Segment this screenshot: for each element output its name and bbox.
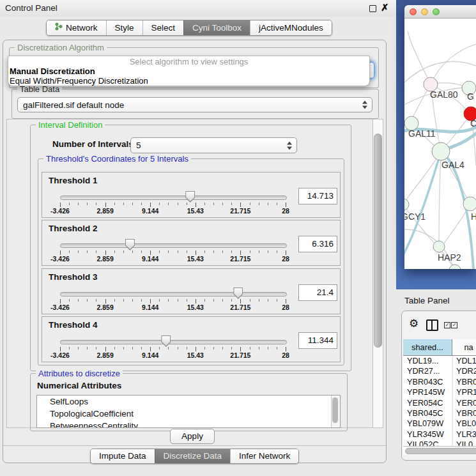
slider-minor-tick: [187, 250, 187, 253]
slider-track[interactable]: [60, 196, 287, 200]
slider-tick-label: 28: [282, 303, 289, 311]
node-label: GCY1: [404, 211, 426, 222]
tab-discretize-data[interactable]: Discretize Data: [155, 449, 231, 463]
zoom-traffic-light-icon[interactable]: [433, 8, 440, 15]
column-divider: [452, 398, 453, 408]
slider-track[interactable]: [60, 243, 287, 248]
tab-infer-network[interactable]: Infer Network: [230, 449, 298, 463]
threshold-value-field[interactable]: 6.316: [298, 236, 337, 252]
tab-label: jActiveMNodules: [259, 23, 323, 33]
slider-track[interactable]: [60, 340, 287, 344]
slider-tick-label: 21.715: [230, 255, 250, 263]
slider-minor-tick: [96, 250, 96, 253]
slider-minor-tick: [259, 347, 259, 349]
table-row[interactable]: YER054CYER0: [403, 398, 476, 408]
number-of-intervals-combobox[interactable]: 5: [130, 137, 297, 153]
column-divider: [452, 408, 453, 418]
table-row[interactable]: YBR043CYBR0: [403, 377, 476, 387]
table-row[interactable]: YBL079WYBL0: [403, 418, 476, 429]
column-divider: [452, 387, 453, 397]
slider-tick-label: 21.715: [230, 303, 250, 311]
tab-select[interactable]: Select: [142, 20, 184, 35]
dropdown-prompt-item[interactable]: Select algorithm to view settings: [8, 56, 369, 66]
list-scrollbar[interactable]: [331, 395, 340, 427]
table-row[interactable]: YDR27...YDR2: [403, 366, 476, 376]
slider-minor-tick: [123, 203, 124, 205]
attribute-list-item[interactable]: SelfLoops: [37, 395, 340, 408]
slider-minor-tick: [87, 203, 88, 205]
vertical-scrollbar[interactable]: [372, 119, 383, 427]
tab-style[interactable]: Style: [106, 20, 142, 35]
apply-button[interactable]: Apply: [170, 429, 215, 444]
threshold-value-field[interactable]: 21.4: [298, 284, 337, 301]
cell-shared-name: YER054C: [407, 398, 443, 408]
horizontal-scrollbar-thumb[interactable]: [405, 448, 476, 454]
network-node-h[interactable]: [463, 197, 476, 211]
table-row[interactable]: YLR345WYLR3: [403, 429, 476, 440]
slider-minor-tick: [132, 250, 133, 253]
slider-minor-tick: [69, 347, 70, 349]
column-header-name[interactable]: na: [452, 339, 476, 355]
table-data-combobox[interactable]: galFiltered.sif default node: [17, 97, 372, 112]
slider-minor-tick: [141, 299, 142, 302]
slider-tick-label: 2.859: [96, 303, 113, 311]
close-traffic-light-icon[interactable]: [410, 8, 417, 15]
table-row[interactable]: YBR045CYBR0: [403, 408, 476, 418]
split-pane-icon[interactable]: [426, 319, 438, 331]
slider-handle[interactable]: [185, 191, 195, 203]
checkbox-icon[interactable]: ✓: [444, 322, 450, 328]
horizontal-scrollbar[interactable]: [403, 446, 476, 455]
slider-track[interactable]: [60, 292, 287, 296]
threshold-value-field[interactable]: 11.344: [298, 332, 337, 349]
list-scrollbar-thumb[interactable]: [332, 397, 338, 423]
cell-name: YBR0: [456, 377, 476, 387]
column-header-shared-name[interactable]: shared...: [403, 339, 452, 355]
slider-major-tick: [150, 203, 151, 207]
gear-icon[interactable]: ⚙: [409, 317, 418, 330]
attribute-list-item[interactable]: BetweennessCentrality: [37, 420, 340, 428]
attribute-list-item[interactable]: TopologicalCoefficient: [37, 408, 340, 420]
network-node-gal4[interactable]: [432, 142, 450, 160]
threshold-value-field[interactable]: 14.713: [298, 188, 337, 204]
table-row[interactable]: YPR145WYPR1: [403, 387, 476, 397]
slider-minor-tick: [222, 347, 223, 349]
slider-minor-tick: [231, 250, 232, 253]
table-row[interactable]: YIL052CYIL0: [403, 440, 476, 446]
attributes-group: Attributes to discretize Numerical Attri…: [30, 373, 348, 431]
dropdown-item-manual-discretization[interactable]: Manual Discretization: [8, 66, 369, 76]
network-canvas[interactable]: GAL80GCGAL11GAL4GCY1HHAP2: [404, 19, 476, 269]
tab-network[interactable]: Network: [47, 20, 106, 35]
tab-cyni-toolbox[interactable]: Cyni Toolbox: [183, 20, 250, 35]
slider-minor-tick: [231, 203, 232, 205]
node-label: HAP2: [438, 252, 461, 263]
slider-minor-tick: [213, 203, 214, 205]
network-node-gcy1[interactable]: [404, 199, 409, 210]
numerical-attributes-list[interactable]: SelfLoopsTopologicalCoefficientBetweenne…: [36, 395, 341, 428]
float-window-icon[interactable]: [369, 5, 376, 12]
slider-minor-tick: [213, 347, 214, 349]
slider-tick-label: 9.144: [142, 303, 158, 311]
vertical-scrollbar-thumb[interactable]: [374, 134, 382, 348]
slider-handle[interactable]: [161, 335, 171, 347]
table-panel-title: Table Panel: [404, 296, 450, 305]
checkbox-icon[interactable]: ✓: [451, 322, 457, 328]
cell-shared-name: YLR345W: [407, 429, 444, 440]
slider-minor-tick: [178, 203, 178, 205]
slider-handle[interactable]: [125, 239, 135, 250]
cyni-toolbox-content: Discretization Algorithm Table Data galF…: [3, 40, 387, 463]
network-node-hap2[interactable]: [433, 241, 445, 252]
tab-impute-data[interactable]: Impute Data: [91, 449, 155, 463]
network-node[interactable]: [449, 265, 461, 269]
tab-jactivemnodules[interactable]: jActiveMNodules: [250, 20, 332, 35]
table-row[interactable]: YDL19...YDL1: [403, 356, 476, 366]
slider-major-tick: [196, 250, 196, 255]
slider-minor-tick: [69, 250, 70, 253]
slider-minor-tick: [277, 347, 277, 349]
close-panel-icon[interactable]: ✗: [381, 2, 389, 13]
number-of-intervals-label: Number of Intervals: [52, 139, 134, 149]
minimize-traffic-light-icon[interactable]: [421, 8, 428, 15]
dropdown-item-equal-width-frequency[interactable]: Equal Width/Frequency Discretization: [8, 76, 369, 86]
slider-minor-tick: [213, 250, 214, 253]
cell-shared-name: YIL052C: [407, 440, 438, 446]
slider-handle[interactable]: [233, 288, 243, 299]
